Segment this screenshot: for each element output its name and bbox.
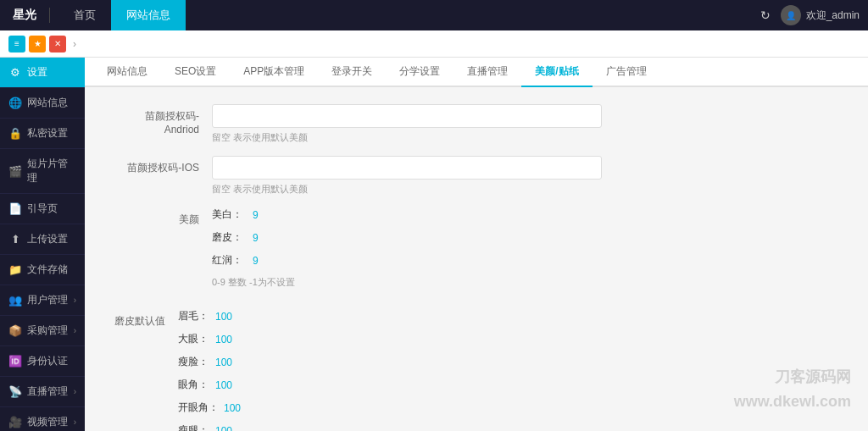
top-nav-bar: 星光 首页 网站信息 ↻ 👤 欢迎_admin	[0, 0, 868, 30]
ios-auth-hint: 留空 表示使用默认美颜	[212, 183, 843, 196]
storage-icon: 📁	[8, 263, 22, 276]
sidebar-item-website[interactable]: 🌐 网站信息	[0, 88, 85, 119]
tab-website-info[interactable]: 网站信息	[93, 58, 161, 87]
tab-app-version[interactable]: APP版本管理	[230, 58, 318, 87]
sidebar-label-website: 网站信息	[27, 96, 68, 110]
avatar: 👤	[781, 5, 801, 25]
menu-toggle-button[interactable]: ≡	[8, 36, 25, 52]
video-mgmt-icon: 🎥	[8, 416, 22, 428]
sidebar-label-live: 直播管理	[27, 384, 68, 399]
openeyecorner-label: 开眼角：	[178, 401, 219, 415]
website-icon: 🌐	[8, 97, 22, 109]
sidebar: ⚙ 设置 🌐 网站信息 🔒 私密设置 🎬 短片片管理 📄	[0, 58, 85, 431]
sidebar-item-identity[interactable]: 🆔 身份认证	[0, 346, 85, 377]
close-button[interactable]: ✕	[49, 36, 66, 52]
live-icon: 📡	[8, 385, 22, 398]
ios-auth-row: 苗颜授权码-IOS 留空 表示使用默认美颜	[110, 156, 843, 196]
chevron-right-icon: ›	[74, 417, 76, 427]
eyebrow-value: 100	[215, 311, 232, 323]
bigenye-row: 大眼： 100	[178, 332, 843, 346]
guide-icon: 📄	[8, 202, 22, 215]
sidebar-item-storage[interactable]: 📁 文件存储	[0, 255, 85, 285]
eyecorner-label: 眼角：	[178, 378, 210, 392]
form-content: 苗颜授权码-Andriod 留空 表示使用默认美颜 苗颜授权码-IOS 留空 表…	[85, 87, 868, 431]
tab-points[interactable]: 分学设置	[386, 58, 453, 87]
toolbar: ≡ ★ ✕ ›	[0, 30, 868, 58]
refresh-icon[interactable]: ↻	[760, 8, 771, 22]
bookmark-button[interactable]: ★	[29, 36, 46, 52]
sidebar-item-video[interactable]: 🎥 视频管理 ›	[0, 407, 85, 431]
main-content: 网站信息 SEO设置 APP版本管理 登录开关 分学设置 直播管理 美颜/贴纸 …	[85, 58, 868, 431]
tab-beauty[interactable]: 美颜/贴纸	[521, 58, 592, 87]
ios-auth-field: 留空 表示使用默认美颜	[212, 156, 843, 196]
sidebar-label-settings: 设置	[27, 65, 47, 80]
tab-ads[interactable]: 广告管理	[593, 58, 660, 87]
nav-website-info[interactable]: 网站信息	[111, 0, 186, 30]
ios-auth-input[interactable]	[212, 156, 602, 180]
purchase-icon: 📦	[8, 324, 22, 337]
beauty-row: 美颜 美白： 9 磨皮： 9 红润： 9 0-9 整数 -1为不设置	[110, 207, 843, 297]
sidebar-item-guide[interactable]: 📄 引导页	[0, 194, 85, 224]
sidebar-label-private: 私密设置	[27, 126, 68, 141]
whitening-label: 美白：	[212, 207, 246, 222]
range-hint: 0-9 整数 -1为不设置	[212, 276, 843, 289]
sidebar-item-settings[interactable]: ⚙ 设置	[0, 58, 85, 88]
username-label: 欢迎_admin	[806, 8, 860, 23]
chevron-right-icon: ›	[74, 296, 76, 305]
sidebar-label-users: 用户管理	[27, 293, 68, 307]
ios-auth-label: 苗颜授权码-IOS	[110, 156, 212, 175]
tab-seo[interactable]: SEO设置	[161, 58, 230, 87]
app-logo: 星光	[8, 8, 50, 23]
slimleg-value: 100	[215, 425, 232, 432]
sidebar-label-identity: 身份认证	[27, 354, 68, 368]
settings-icon: ⚙	[8, 66, 22, 79]
skin-label: 磨皮：	[212, 230, 246, 245]
chevron-right-icon: ›	[74, 326, 76, 335]
sidebar-item-private[interactable]: 🔒 私密设置	[0, 119, 85, 149]
upload-icon: ⬆	[8, 233, 22, 246]
openeyecorner-value: 100	[224, 402, 241, 414]
sidebar-label-upload: 上传设置	[27, 232, 68, 246]
sidebar-label-shorts: 短片片管理	[27, 157, 76, 185]
slimleg-label: 瘦腿：	[178, 423, 210, 431]
sidebar-item-users[interactable]: 👥 用户管理 ›	[0, 285, 85, 316]
lock-icon: 🔒	[8, 127, 22, 140]
video-icon: 🎬	[8, 165, 22, 178]
identity-icon: 🆔	[8, 355, 22, 367]
sidebar-label-purchase: 采购管理	[27, 323, 68, 338]
skin-row: 磨皮： 9	[212, 230, 843, 245]
android-auth-field: 留空 表示使用默认美颜	[212, 104, 843, 144]
chevron-right-icon: ›	[73, 38, 76, 50]
slimface-value: 100	[215, 356, 232, 368]
android-auth-hint: 留空 表示使用默认美颜	[212, 131, 843, 144]
sidebar-item-purchase[interactable]: 📦 采购管理 ›	[0, 316, 85, 346]
chevron-right-icon: ›	[74, 387, 76, 396]
beauty-field: 美白： 9 磨皮： 9 红润： 9 0-9 整数 -1为不设置	[212, 207, 843, 297]
eyecorner-row: 眼角： 100	[178, 378, 843, 392]
default-values-container: 眉毛： 100 大眼： 100 瘦脸： 100 眼角： 100	[178, 309, 843, 431]
tab-live-mgmt[interactable]: 直播管理	[453, 58, 521, 87]
tab-login-switch[interactable]: 登录开关	[318, 58, 386, 87]
eyecorner-value: 100	[215, 379, 232, 391]
slimleg-row: 瘦腿： 100	[178, 423, 843, 431]
slimface-row: 瘦脸： 100	[178, 355, 843, 369]
top-nav-right: ↻ 👤 欢迎_admin	[760, 5, 860, 25]
openeyecorner-row: 开眼角： 100	[178, 401, 843, 415]
default-values-row: 磨皮默认值 眉毛： 100 大眼： 100 瘦脸： 100	[110, 309, 843, 431]
user-info: 👤 欢迎_admin	[781, 5, 860, 25]
top-nav-items: 首页 网站信息	[58, 0, 186, 30]
sidebar-item-shorts[interactable]: 🎬 短片片管理	[0, 149, 85, 194]
bigenye-value: 100	[215, 334, 232, 345]
users-icon: 👥	[8, 294, 22, 307]
nav-home[interactable]: 首页	[58, 0, 111, 30]
main-layout: ⚙ 设置 🌐 网站信息 🔒 私密设置 🎬 短片片管理 📄	[0, 58, 868, 431]
sidebar-item-live[interactable]: 📡 直播管理 ›	[0, 377, 85, 407]
android-auth-input[interactable]	[212, 104, 602, 128]
ruddy-row: 红润： 9	[212, 253, 843, 268]
slimface-label: 瘦脸：	[178, 355, 210, 369]
beauty-label: 美颜	[110, 207, 212, 227]
default-label: 磨皮默认值	[110, 309, 178, 329]
sidebar-item-upload[interactable]: ⬆ 上传设置	[0, 224, 85, 255]
eyebrow-row: 眉毛： 100	[178, 309, 843, 323]
bigenye-label: 大眼：	[178, 332, 210, 346]
